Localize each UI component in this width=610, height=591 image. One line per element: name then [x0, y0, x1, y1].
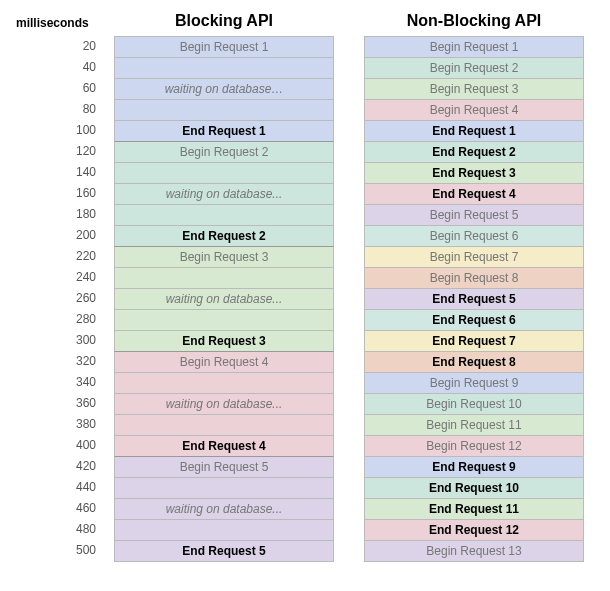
ms-tick: 380 [14, 414, 114, 435]
blocking-cell [114, 58, 334, 79]
nonblocking-cell: Begin Request 9 [364, 373, 584, 394]
nonblocking-cell: End Request 2 [364, 142, 584, 163]
nonblocking-cell: End Request 4 [364, 184, 584, 205]
ms-tick: 180 [14, 204, 114, 225]
ms-tick: 500 [14, 540, 114, 561]
blocking-cell [114, 100, 334, 121]
milliseconds-header: milliseconds [14, 16, 114, 30]
blocking-lane: Begin Request 1waiting on database…End R… [114, 36, 334, 562]
blocking-cell: waiting on database... [114, 289, 334, 310]
nonblocking-cell: End Request 7 [364, 331, 584, 352]
blocking-cell [114, 268, 334, 289]
nonblocking-cell: Begin Request 11 [364, 415, 584, 436]
ms-tick: 160 [14, 183, 114, 204]
blocking-cell: waiting on database… [114, 79, 334, 100]
blocking-cell [114, 373, 334, 394]
nonblocking-cell: Begin Request 4 [364, 100, 584, 121]
ms-tick: 120 [14, 141, 114, 162]
nonblocking-cell: End Request 5 [364, 289, 584, 310]
ms-tick: 20 [14, 36, 114, 57]
blocking-cell: waiting on database... [114, 394, 334, 415]
ms-tick: 220 [14, 246, 114, 267]
ms-tick: 280 [14, 309, 114, 330]
ms-tick: 460 [14, 498, 114, 519]
ms-tick: 40 [14, 57, 114, 78]
blocking-cell [114, 478, 334, 499]
nonblocking-cell: Begin Request 10 [364, 394, 584, 415]
blocking-cell: Begin Request 1 [114, 37, 334, 58]
ms-tick: 480 [14, 519, 114, 540]
blocking-cell: Begin Request 5 [114, 457, 334, 478]
nonblocking-cell: End Request 10 [364, 478, 584, 499]
header-row: milliseconds Blocking API Non-Blocking A… [14, 12, 596, 30]
nonblocking-cell: End Request 9 [364, 457, 584, 478]
nonblocking-cell: Begin Request 7 [364, 247, 584, 268]
timeline-grid: 2040608010012014016018020022024026028030… [14, 36, 596, 562]
nonblocking-cell: Begin Request 8 [364, 268, 584, 289]
blocking-cell: End Request 3 [114, 331, 334, 352]
ms-tick: 400 [14, 435, 114, 456]
nonblocking-cell: End Request 6 [364, 310, 584, 331]
ms-tick: 240 [14, 267, 114, 288]
ms-tick: 320 [14, 351, 114, 372]
blocking-cell [114, 163, 334, 184]
nonblocking-cell: Begin Request 12 [364, 436, 584, 457]
ms-tick: 200 [14, 225, 114, 246]
ms-tick: 300 [14, 330, 114, 351]
blocking-cell: Begin Request 4 [114, 352, 334, 373]
nonblocking-cell: Begin Request 5 [364, 205, 584, 226]
nonblocking-cell: Begin Request 3 [364, 79, 584, 100]
blocking-cell: Begin Request 3 [114, 247, 334, 268]
blocking-cell: End Request 5 [114, 541, 334, 562]
ms-tick: 260 [14, 288, 114, 309]
blocking-cell [114, 415, 334, 436]
nonblocking-cell: End Request 12 [364, 520, 584, 541]
blocking-cell [114, 310, 334, 331]
blocking-cell: waiting on database... [114, 499, 334, 520]
milliseconds-column: 2040608010012014016018020022024026028030… [14, 36, 114, 562]
blocking-cell: End Request 2 [114, 226, 334, 247]
ms-tick: 140 [14, 162, 114, 183]
ms-tick: 80 [14, 99, 114, 120]
ms-tick: 440 [14, 477, 114, 498]
nonblocking-cell: Begin Request 6 [364, 226, 584, 247]
nonblocking-cell: End Request 8 [364, 352, 584, 373]
blocking-cell: End Request 4 [114, 436, 334, 457]
nonblocking-cell: Begin Request 1 [364, 37, 584, 58]
blocking-column-header: Blocking API [114, 12, 334, 30]
ms-tick: 360 [14, 393, 114, 414]
nonblocking-cell: End Request 11 [364, 499, 584, 520]
nonblocking-cell: End Request 1 [364, 121, 584, 142]
nonblocking-cell: End Request 3 [364, 163, 584, 184]
blocking-cell [114, 520, 334, 541]
nonblocking-cell: Begin Request 2 [364, 58, 584, 79]
nonblocking-cell: Begin Request 13 [364, 541, 584, 562]
nonblocking-lane: Begin Request 1Begin Request 2Begin Requ… [364, 36, 584, 562]
lane-gap [334, 36, 364, 562]
blocking-cell: Begin Request 2 [114, 142, 334, 163]
ms-tick: 340 [14, 372, 114, 393]
ms-tick: 420 [14, 456, 114, 477]
nonblocking-column-header: Non-Blocking API [364, 12, 584, 30]
ms-tick: 60 [14, 78, 114, 99]
blocking-cell [114, 205, 334, 226]
blocking-cell: waiting on database... [114, 184, 334, 205]
blocking-cell: End Request 1 [114, 121, 334, 142]
ms-tick: 100 [14, 120, 114, 141]
